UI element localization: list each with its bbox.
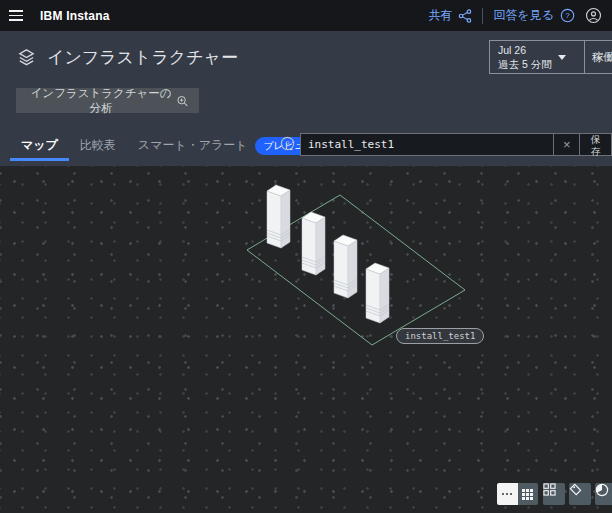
time-controls: Jul 26 過去 5 分間 稼働中 xyxy=(489,40,612,74)
host-pillar[interactable] xyxy=(334,235,357,298)
share-icon xyxy=(458,9,472,23)
page-title: インフラストラクチャー xyxy=(47,46,238,69)
tag-icon[interactable] xyxy=(569,483,591,505)
tab-bar: マップ 比較表 スマート・アラート プレビュー ? × 保存 xyxy=(0,125,612,166)
svg-text:?: ? xyxy=(285,139,290,148)
infrastructure-layers-icon xyxy=(16,47,37,68)
group-label-pill[interactable]: install_test1 xyxy=(396,328,484,344)
infrastructure-map[interactable]: install_test1 xyxy=(0,166,612,513)
search-plus-icon xyxy=(176,94,189,108)
host-pillar[interactable] xyxy=(302,212,325,275)
map-view-toggle xyxy=(497,483,538,505)
share-label: 共有 xyxy=(428,7,452,24)
tiles-2x2-icon[interactable] xyxy=(543,483,565,505)
live-button[interactable]: 稼働中 xyxy=(584,41,612,73)
save-query-button[interactable]: 保存 xyxy=(580,134,611,155)
user-avatar-icon[interactable] xyxy=(585,7,602,24)
app-brand: IBM Instana xyxy=(40,9,110,23)
clear-query-button[interactable]: × xyxy=(554,134,579,155)
share-button[interactable]: 共有 xyxy=(428,7,472,24)
analyze-infrastructure-button[interactable]: インフラストラクチャーの分析 xyxy=(16,88,199,113)
host-pillar[interactable] xyxy=(267,185,290,248)
map-canvas xyxy=(0,166,612,513)
svg-text:?: ? xyxy=(565,11,570,20)
grid-3x3-icon[interactable] xyxy=(518,483,539,505)
topbar-divider xyxy=(482,8,483,24)
top-bar: IBM Instana 共有 回答を見る ? xyxy=(0,0,612,31)
page-header: インフラストラクチャー Jul 26 過去 5 分間 稼働中 インフラストラクチ… xyxy=(0,31,612,125)
overflow-menu-icon[interactable] xyxy=(497,483,518,505)
time-range-window: 過去 5 分間 xyxy=(498,57,552,71)
help-icon: ? xyxy=(560,8,575,23)
analyze-label: インフラストラクチャーの分析 xyxy=(26,86,176,116)
time-range-dropdown[interactable]: Jul 26 過去 5 分間 xyxy=(490,41,584,73)
query-input[interactable] xyxy=(301,134,554,155)
view-answers-button[interactable]: 回答を見る ? xyxy=(493,7,575,24)
query-help-icon[interactable]: ? xyxy=(280,136,295,151)
view-answers-label: 回答を見る xyxy=(493,7,554,24)
host-pillar[interactable] xyxy=(366,263,389,323)
pie-icon[interactable] xyxy=(595,483,612,505)
chevron-down-icon xyxy=(558,55,566,60)
tab-comparison-table[interactable]: 比較表 xyxy=(69,125,127,166)
time-range-date: Jul 26 xyxy=(498,43,552,57)
tab-map[interactable]: マップ xyxy=(10,125,69,166)
menu-icon[interactable] xyxy=(0,0,32,31)
dynamic-focus-query-bar: × 保存 xyxy=(300,133,612,156)
